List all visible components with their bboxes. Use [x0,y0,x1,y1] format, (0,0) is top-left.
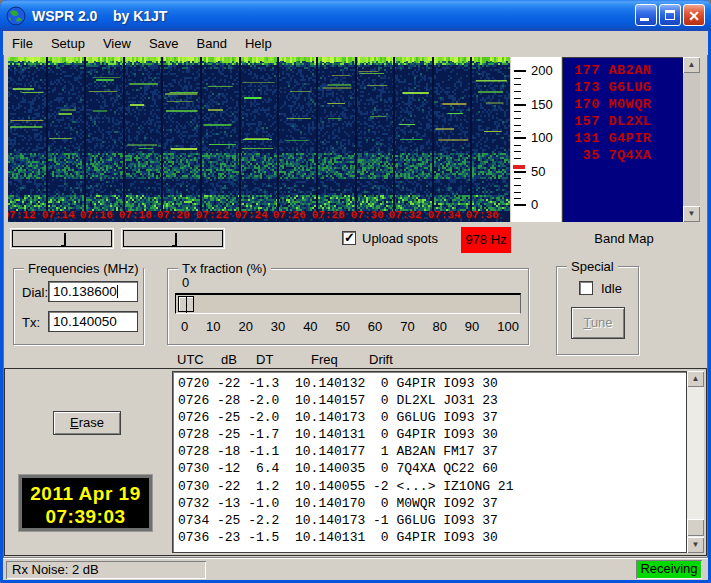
tx-frequency-input[interactable]: 10.140050 [48,311,138,332]
band-map-label: Band Map [565,231,683,246]
column-header: UTC [177,352,204,367]
tx-frequency-value: 10.140050 [53,314,117,329]
frequencies-group-title: Frequencies (MHz) [24,261,143,276]
table-row[interactable]: 0728 -18 -1.1 10.140177 1 AB2AN FM17 37 [178,443,686,460]
scrollbar-thumb[interactable] [687,519,704,536]
table-row[interactable]: 0728 -25 -1.7 10.140131 0 G4PIR IO93 30 [178,426,686,443]
slider-thumb[interactable] [175,233,177,245]
text-caret [117,285,118,298]
waterfall-display[interactable] [8,57,510,222]
maximize-icon [665,10,675,20]
rx-noise-status: Rx Noise: 2 dB [6,561,206,579]
table-row[interactable]: 0732 -13 -1.0 10.140170 0 M0WQR IO92 37 [178,495,686,512]
slider-track [12,230,112,247]
band-map-scrollbar[interactable]: ▲ ▼ [683,57,700,222]
idle-checkbox[interactable] [579,281,593,295]
band-map-entry[interactable]: 173 G6LUG [574,79,683,96]
tx-label: Tx: [22,315,40,330]
table-row[interactable]: 0726 -25 -2.0 10.140173 0 G6LUG IO93 37 [178,409,686,426]
erase-button-label: Erase [54,412,120,434]
tune-button[interactable]: Tune [571,307,625,339]
tx-fraction-tick-label: 50 [335,319,349,334]
receiving-badge: Receiving [636,560,702,579]
upload-spots-label: Upload spots [362,231,438,246]
menu-item[interactable]: Help [236,33,281,54]
table-row[interactable]: 0734 -25 -2.2 10.140173 -1 G6LUG IO93 37 [178,512,686,529]
tx-fraction-tick-label: 60 [368,319,382,334]
scroll-down-icon[interactable]: ▼ [683,206,700,222]
band-map-entry[interactable]: 157 DL2XL [574,113,683,130]
spots-listbox[interactable]: 0720 -22 -1.3 10.140132 0 G4PIR IO93 300… [172,371,687,553]
title-bar[interactable]: WSPR 2.0 by K1JT ✕ [0,0,711,31]
tx-fraction-tick-label: 40 [303,319,317,334]
band-map-entry[interactable]: 131 G4PIR [574,130,683,147]
tx-fraction-group-title: Tx fraction (%) [178,261,271,276]
close-button[interactable]: ✕ [683,4,705,26]
minimize-button[interactable] [635,4,657,26]
band-map-entry[interactable]: 170 M0WQR [574,96,683,113]
clock-time: 07:39:03 [22,505,149,528]
clock-display: 2011 Apr 19 07:39:03 [19,475,152,531]
scroll-up-icon[interactable]: ▲ [683,57,700,73]
dial-frequency-input[interactable]: 10.138600 [48,281,138,302]
tx-fraction-tick-label: 90 [465,319,479,334]
tx-fraction-tick-label: 70 [400,319,414,334]
idle-label: Idle [601,281,622,296]
menu-item[interactable]: File [3,33,42,54]
scroll-up-icon[interactable]: ▲ [687,371,704,387]
app-window: WSPR 2.0 by K1JT ✕ FileSetupViewSaveBand… [0,0,711,583]
band-map-entry[interactable]: 177 AB2AN [574,62,683,79]
special-group: Special Idle Tune [556,266,639,355]
upload-spots-checkbox[interactable] [342,231,356,245]
tx-fraction-tick-label: 0 [181,319,188,334]
tx-fraction-value: 0 [182,275,189,290]
table-row[interactable]: 0720 -22 -1.3 10.140132 0 G4PIR IO93 30 [178,375,686,392]
tx-fraction-group: Tx fraction (%) 0 0102030405060708090100 [167,268,529,345]
column-header: DT [256,352,273,367]
slider-thumb[interactable] [64,233,66,245]
band-map-entry[interactable]: 35 7Q4XA [574,147,683,164]
menu-item[interactable]: Save [140,33,188,54]
tx-fraction-slider[interactable] [175,293,521,314]
tx-fraction-tick-label: 30 [271,319,285,334]
scroll-down-icon[interactable]: ▼ [687,537,704,553]
menu-item[interactable]: Band [188,33,236,54]
maximize-button[interactable] [659,4,681,26]
erase-button[interactable]: Erase [53,411,121,435]
window-title: WSPR 2.0 by K1JT [32,8,167,24]
tx-fraction-tick-label: 10 [206,319,220,334]
menu-item[interactable]: View [94,33,140,54]
tx-fraction-tick-label: 20 [238,319,252,334]
table-row[interactable]: 0730 -12 6.4 10.140035 0 7Q4XA QC22 60 [178,460,686,477]
menu-bar: FileSetupViewSaveBandHelp [3,31,708,55]
tune-button-label: Tune [572,308,624,338]
table-row[interactable]: 0730 -22 1.2 10.140055 -2 <...> IZ1ONG 2… [178,478,686,495]
menu-item[interactable]: Setup [42,33,94,54]
slider-track [123,230,223,247]
globe-icon [6,6,26,26]
close-icon: ✕ [684,6,704,26]
minimize-icon [640,18,649,21]
tx-fraction-tick-label: 100 [497,319,519,334]
spots-panel: Erase 2011 Apr 19 07:39:03 0720 -22 -1.3… [4,368,707,556]
dial-label: Dial: [22,285,48,300]
tx-fraction-scale: 0102030405060708090100 [175,319,521,334]
table-row[interactable]: 0736 -23 -1.5 10.140131 0 G4PIR IO93 30 [178,529,686,546]
table-row[interactable]: 0726 -28 -2.0 10.140157 0 DL2XL JO31 23 [178,392,686,409]
spots-scrollbar[interactable]: ▲ ▼ [687,371,704,553]
column-header: dB [221,352,237,367]
column-header: Freq [311,352,338,367]
tx-fraction-tick-label: 80 [433,319,447,334]
band-map-panel: 177 AB2AN173 G6LUG170 M0WQR157 DL2XL131 … [562,57,683,222]
spots-column-headers: UTCdBDTFreqDrift [0,352,711,368]
tx-fraction-slider-thumb[interactable] [178,296,194,312]
level-slider-left[interactable] [10,228,114,249]
column-header: Drift [369,352,393,367]
dial-frequency-value: 10.138600 [53,284,117,299]
clock-date: 2011 Apr 19 [22,482,149,505]
special-group-title: Special [567,259,618,274]
level-slider-right[interactable] [121,228,225,249]
scale-marker [513,165,525,169]
rx-freq-badge: 978 Hz [461,227,511,253]
frequencies-group: Frequencies (MHz) Dial: 10.138600 Tx: 10… [13,268,144,345]
